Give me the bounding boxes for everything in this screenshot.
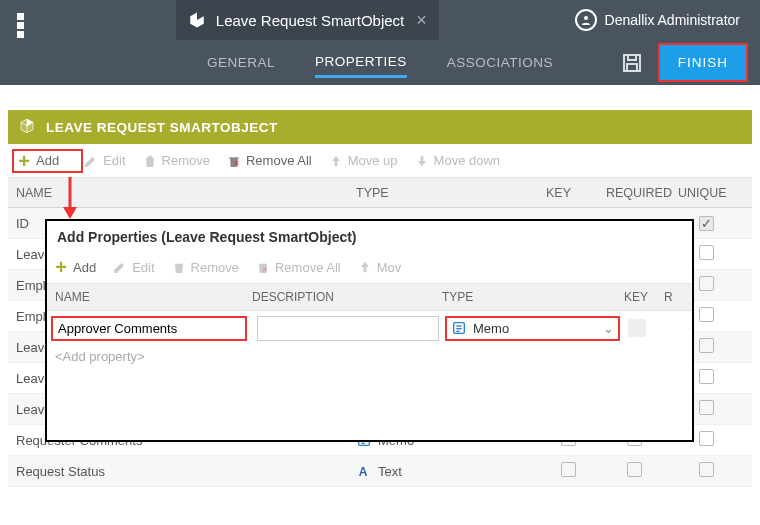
checkbox[interactable] bbox=[627, 462, 642, 477]
checkbox[interactable] bbox=[699, 338, 714, 353]
svg-rect-2 bbox=[628, 55, 636, 60]
arrow-up-icon bbox=[328, 153, 344, 169]
plus-icon: + bbox=[16, 153, 32, 169]
col-key: KEY bbox=[538, 186, 598, 200]
dialog-title: Add Properties (Leave Request SmartObjec… bbox=[47, 221, 692, 251]
close-icon[interactable]: × bbox=[416, 10, 427, 31]
add-button[interactable]: + Add bbox=[53, 259, 96, 275]
finish-button[interactable]: FINISH bbox=[660, 45, 746, 80]
svg-rect-3 bbox=[627, 64, 637, 71]
main-tab[interactable]: Leave Request SmartObject × bbox=[176, 0, 439, 40]
remove-button[interactable]: Remove bbox=[171, 259, 239, 275]
memo-icon bbox=[451, 320, 467, 336]
plus-icon: + bbox=[53, 259, 69, 275]
remove-all-button[interactable]: ✕ Remove All bbox=[226, 153, 312, 169]
move-down-button[interactable]: Move down bbox=[414, 153, 500, 169]
grid-toolbar: + Add Edit Remove ✕ Remove All Move up M… bbox=[8, 144, 752, 178]
key-checkbox[interactable] bbox=[628, 319, 646, 337]
add-highlight: + Add bbox=[12, 149, 83, 173]
text-icon: A bbox=[356, 463, 372, 479]
col-type: TYPE bbox=[442, 290, 624, 304]
tab-title: Leave Request SmartObject bbox=[216, 12, 404, 29]
col-name: NAME bbox=[47, 290, 252, 304]
checkbox[interactable] bbox=[561, 462, 576, 477]
svg-text:✕: ✕ bbox=[233, 159, 240, 168]
tab-associations[interactable]: ASSOCIATIONS bbox=[447, 49, 553, 76]
trash-x-icon: ✕ bbox=[226, 153, 242, 169]
tab-general[interactable]: GENERAL bbox=[207, 49, 275, 76]
col-description: DESCRIPTION bbox=[252, 290, 442, 304]
arrow-up-icon bbox=[357, 259, 373, 275]
property-type-select[interactable]: Memo ⌄ bbox=[445, 316, 620, 341]
user-icon bbox=[575, 9, 597, 31]
col-unique: UNIQUE bbox=[670, 186, 742, 200]
checkbox[interactable] bbox=[699, 245, 714, 260]
checkbox[interactable] bbox=[699, 369, 714, 384]
grid-header: NAME TYPE KEY REQUIRED UNIQUE bbox=[8, 178, 752, 208]
dialog-grid-header: NAME DESCRIPTION TYPE KEY R bbox=[47, 283, 692, 311]
pencil-icon bbox=[83, 153, 99, 169]
dialog-row: Memo ⌄ bbox=[47, 311, 692, 343]
dialog-toolbar: + Add Edit Remove ✕ Remove All Mov bbox=[47, 251, 692, 283]
remove-all-button[interactable]: ✕ Remove All bbox=[255, 259, 341, 275]
svg-text:✕: ✕ bbox=[262, 265, 268, 274]
pencil-icon bbox=[112, 259, 128, 275]
col-required: REQUIRED bbox=[598, 186, 670, 200]
trash-icon bbox=[171, 259, 187, 275]
col-key: KEY bbox=[624, 290, 664, 304]
app-menu-icon[interactable] bbox=[0, 0, 40, 40]
add-property-placeholder[interactable]: <Add property> bbox=[47, 343, 692, 370]
svg-text:A: A bbox=[359, 465, 368, 479]
panel-title: LEAVE REQUEST SMARTOBJECT bbox=[46, 120, 278, 135]
user-name: Denallix Administrator bbox=[605, 12, 740, 28]
property-name-input[interactable] bbox=[51, 316, 247, 341]
save-icon[interactable] bbox=[620, 51, 644, 75]
col-type: TYPE bbox=[348, 186, 538, 200]
trash-icon bbox=[142, 153, 158, 169]
checkbox[interactable]: ✓ bbox=[699, 216, 714, 231]
chevron-down-icon: ⌄ bbox=[603, 321, 614, 336]
smartobject-icon bbox=[188, 11, 206, 29]
finish-highlight: FINISH bbox=[658, 43, 748, 82]
move-button[interactable]: Mov bbox=[357, 259, 402, 275]
smartobject-icon bbox=[18, 117, 36, 138]
edit-button[interactable]: Edit bbox=[112, 259, 154, 275]
checkbox[interactable] bbox=[699, 462, 714, 477]
checkbox[interactable] bbox=[699, 431, 714, 446]
checkbox[interactable] bbox=[699, 400, 714, 415]
panel-header: LEAVE REQUEST SMARTOBJECT bbox=[8, 110, 752, 144]
svg-point-0 bbox=[584, 16, 588, 20]
table-row[interactable]: Request Status AText bbox=[8, 456, 752, 487]
checkbox[interactable] bbox=[699, 307, 714, 322]
edit-button[interactable]: Edit bbox=[83, 153, 125, 169]
tab-properties[interactable]: PROPERTIES bbox=[315, 48, 407, 78]
add-button[interactable]: + Add bbox=[16, 153, 59, 169]
checkbox[interactable] bbox=[699, 276, 714, 291]
col-r: R bbox=[664, 290, 673, 304]
trash-x-icon: ✕ bbox=[255, 259, 271, 275]
user-area[interactable]: Denallix Administrator bbox=[575, 9, 760, 31]
add-properties-dialog: Add Properties (Leave Request SmartObjec… bbox=[45, 219, 694, 442]
move-up-button[interactable]: Move up bbox=[328, 153, 398, 169]
arrow-down-icon bbox=[414, 153, 430, 169]
col-name: NAME bbox=[8, 186, 348, 200]
remove-button[interactable]: Remove bbox=[142, 153, 210, 169]
property-description-input[interactable] bbox=[257, 316, 439, 341]
